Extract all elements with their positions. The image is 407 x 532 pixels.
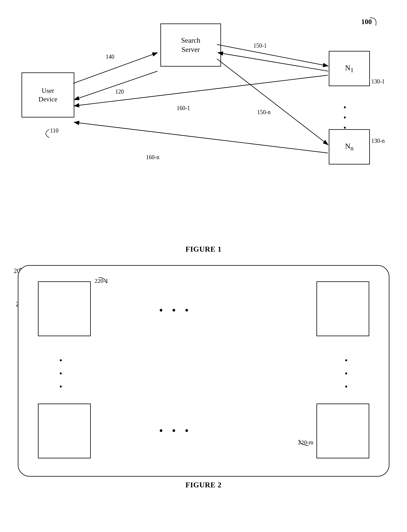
bracket-220-m bbox=[298, 438, 315, 448]
svg-text:130-1: 130-1 bbox=[371, 78, 385, 85]
svg-line-13 bbox=[74, 122, 328, 153]
node-220-1 bbox=[38, 281, 91, 336]
svg-line-4 bbox=[74, 71, 158, 100]
bottom-center-dots: • • • bbox=[159, 424, 192, 437]
svg-text:140: 140 bbox=[106, 53, 114, 60]
cluster-box: 220-1 • • • ••• ••• • • • 220-m bbox=[18, 265, 389, 476]
svg-text:•: • bbox=[344, 123, 346, 132]
node-top-right bbox=[316, 281, 369, 336]
svg-text:150-1: 150-1 bbox=[253, 42, 267, 49]
svg-text:110: 110 bbox=[50, 127, 58, 134]
svg-line-2 bbox=[73, 53, 157, 83]
svg-text:•: • bbox=[344, 103, 346, 112]
svg-text:160-n: 160-n bbox=[146, 154, 159, 161]
top-center-dots: • • • bbox=[159, 304, 192, 316]
bracket-220-1 bbox=[93, 275, 108, 285]
svg-text:160-1: 160-1 bbox=[177, 105, 190, 111]
svg-text:150-n: 150-n bbox=[257, 109, 271, 115]
figure1-caption: FIGURE 1 bbox=[12, 245, 395, 253]
svg-text:•: • bbox=[344, 113, 346, 122]
svg-line-9 bbox=[217, 59, 328, 145]
figure2-area: 200 210 220-1 • • • ••• bbox=[12, 265, 395, 476]
figure1-arrows: 140 120 150-1 150-n 160-1 160-n bbox=[12, 12, 395, 237]
left-col-dots: ••• bbox=[59, 354, 63, 393]
node-220-m bbox=[316, 403, 369, 458]
node-bottom-left bbox=[38, 403, 91, 458]
svg-line-11 bbox=[74, 75, 328, 106]
svg-text:120: 120 bbox=[115, 88, 124, 95]
figure2-caption: FIGURE 2 bbox=[12, 481, 395, 489]
svg-text:130-n: 130-n bbox=[371, 137, 385, 144]
figure1-container: 100 Search Server User Device N1 Nn bbox=[12, 12, 395, 237]
right-col-dots: ••• bbox=[345, 354, 348, 393]
page: 100 Search Server User Device N1 Nn bbox=[0, 0, 407, 532]
